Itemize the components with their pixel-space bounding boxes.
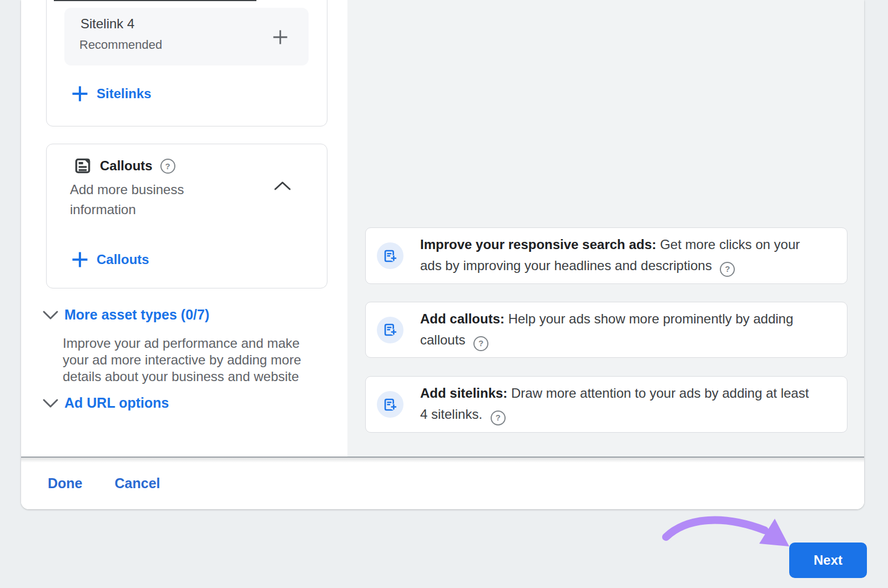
- plus-icon: [71, 85, 89, 103]
- recommendation-card-add-callouts[interactable]: Add callouts: Help your ads show more pr…: [365, 302, 847, 358]
- callouts-asset-card: Callouts ? Add more business information…: [46, 144, 327, 288]
- annotation-arrow: [655, 508, 799, 555]
- help-icon[interactable]: ?: [473, 336, 488, 351]
- more-asset-types-label: More asset types (0/7): [64, 307, 209, 323]
- callouts-title: Callouts: [100, 158, 153, 174]
- note-add-icon: [377, 391, 403, 418]
- note-add-icon: [377, 317, 403, 343]
- dialog-footer: Done Cancel: [21, 458, 864, 509]
- sitelink-title: Sitelink 4: [80, 16, 134, 32]
- chevron-down-icon: [42, 310, 59, 321]
- note-add-icon: [377, 242, 403, 269]
- more-asset-types-toggle[interactable]: More asset types (0/7): [42, 307, 209, 323]
- assets-dialog: Sitelink 4 Recommended Sitelinks: [21, 0, 864, 509]
- ad-url-options-label: Ad URL options: [64, 395, 169, 411]
- recommendation-text: Add callouts: Help your ads show more pr…: [420, 308, 818, 351]
- plus-icon: [71, 251, 89, 268]
- document-icon: [73, 156, 92, 175]
- recommendation-card-improve-rsa[interactable]: Improve your responsive search ads: Get …: [365, 227, 847, 284]
- sitelink-subtitle: Recommended: [79, 38, 162, 52]
- sitelinks-asset-card: Sitelink 4 Recommended Sitelinks: [46, 0, 327, 126]
- callouts-subtitle: Add more business information: [70, 180, 210, 220]
- add-sitelinks-label: Sitelinks: [97, 86, 152, 102]
- help-icon[interactable]: ?: [160, 159, 175, 174]
- callouts-header: Callouts ?: [73, 156, 175, 175]
- chevron-up-icon[interactable]: [273, 180, 292, 192]
- ad-url-options-toggle[interactable]: Ad URL options: [42, 395, 169, 411]
- done-button[interactable]: Done: [48, 475, 83, 491]
- cropped-field-edge: [54, 0, 256, 1]
- cancel-button[interactable]: Cancel: [115, 475, 160, 491]
- recommendation-card-add-sitelinks[interactable]: Add sitelinks: Draw more attention to yo…: [365, 376, 847, 433]
- more-asset-types-description: Improve your ad performance and make you…: [63, 335, 324, 385]
- add-callouts-button[interactable]: Callouts: [71, 251, 149, 268]
- recommendation-title: Improve your responsive search ads:: [420, 237, 657, 252]
- recommendation-title: Add callouts:: [420, 311, 504, 326]
- recommendation-text: Add sitelinks: Draw more attention to yo…: [420, 383, 818, 425]
- recommendation-title: Add sitelinks:: [420, 386, 507, 401]
- help-icon[interactable]: ?: [491, 410, 506, 425]
- sitelink-4-row[interactable]: Sitelink 4 Recommended: [64, 8, 309, 65]
- add-sitelinks-button[interactable]: Sitelinks: [71, 85, 152, 103]
- chevron-down-icon: [42, 398, 59, 409]
- footer-divider-shadow: [21, 458, 864, 463]
- add-callouts-label: Callouts: [97, 252, 149, 267]
- help-icon[interactable]: ?: [720, 262, 735, 277]
- recommendation-text: Improve your responsive search ads: Get …: [420, 234, 818, 277]
- next-button[interactable]: Next: [789, 543, 867, 578]
- expand-plus-icon[interactable]: [271, 28, 289, 46]
